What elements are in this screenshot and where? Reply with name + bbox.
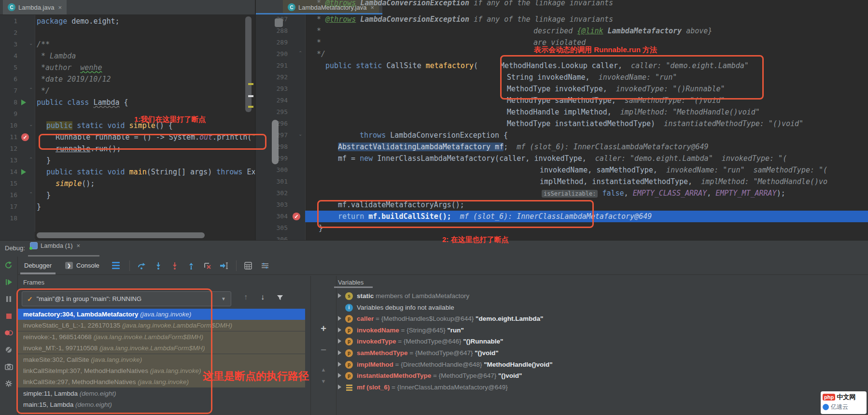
layout-settings-icon[interactable] (257, 259, 273, 272)
hide-library-frames-icon[interactable] (276, 294, 284, 303)
toolbar-separator (236, 260, 237, 271)
tab-console[interactable]: ❯ Console (58, 257, 106, 274)
left-code-area[interactable]: package demo.eight;/*** Lambda*author we… (0, 0, 255, 240)
vertical-scrollbar[interactable] (245, 16, 252, 112)
drop-frame-icon[interactable] (199, 259, 216, 272)
annotation-exec-path: 这里是断点的执行路径 (203, 369, 309, 384)
variable-type-icon: p (345, 349, 353, 357)
expand-arrow-icon[interactable] (338, 373, 341, 378)
move-up-icon[interactable]: ▲ (311, 367, 336, 372)
code-line: *described {@link LambdaMetafactory abov… (317, 25, 712, 37)
info-icon: i (345, 304, 353, 312)
force-step-into-icon[interactable] (167, 259, 183, 272)
previous-frame-icon[interactable]: ↑ (244, 293, 248, 301)
debug-session-label: Lambda (1) (41, 242, 72, 249)
code-line: /** (37, 39, 50, 50)
step-into-icon[interactable] (150, 259, 167, 272)
toolbar-separator (129, 260, 130, 271)
debug-session-tab[interactable]: Lambda (1) × (30, 242, 80, 249)
move-down-icon[interactable]: ▼ (311, 378, 336, 384)
close-icon[interactable]: × (76, 242, 80, 249)
code-line: * Lambda (41, 50, 76, 62)
layout-menu-icon[interactable] (112, 262, 120, 269)
watches-toolbar: + − ▲ ▼ ∞ (310, 276, 336, 415)
variables-panel-title: Variables (338, 279, 364, 286)
expand-arrow-icon[interactable] (338, 385, 341, 389)
tab-label: Lambda.java (18, 4, 54, 11)
expand-arrow-icon[interactable] (338, 293, 341, 298)
splitter-scroll-thumb[interactable] (272, 120, 279, 164)
expand-arrow-icon[interactable] (338, 328, 341, 332)
watermark-name: 中文网 (837, 393, 855, 401)
breakpoint-icon[interactable]: ✓ (21, 133, 29, 141)
tab-debugger[interactable]: Debugger (17, 257, 58, 274)
expand-arrow-icon[interactable] (338, 350, 341, 355)
variable-type-icon: p (345, 315, 353, 323)
highlight-box-frames (16, 288, 212, 414)
resume-program-icon[interactable] (0, 275, 17, 289)
step-over-icon[interactable] (134, 259, 150, 272)
change-marker (248, 83, 253, 85)
code-line: * @throws LambdaConversionException if a… (317, 14, 613, 25)
highlight-box-line11 (39, 134, 266, 150)
debug-toolbar: Debugger ❯ Console (17, 257, 868, 275)
variable-text: invokedType = {MethodType@646} "()Runnab… (357, 336, 504, 347)
variable-type-icon: p (345, 338, 353, 345)
fold-marker-icon[interactable]: ⌃ (29, 157, 33, 162)
fold-marker-icon[interactable]: ⌃ (29, 87, 33, 92)
code-line: */ (317, 48, 325, 60)
stop-program-icon[interactable] (0, 309, 17, 323)
variable-text: caller = {MethodHandles$Lookup@644} "dem… (357, 313, 543, 325)
fold-marker-icon[interactable]: ⌃ (298, 50, 302, 56)
java-class-icon: C (8, 3, 15, 11)
ide-window: 123456789101112131415161718✓⌄⌃⌄⌃⌃ packag… (0, 0, 868, 415)
add-watch-icon[interactable]: + (311, 323, 336, 334)
horizontal-scrollbar[interactable] (35, 232, 255, 239)
fold-marker-icon[interactable]: ⌄ (298, 131, 302, 137)
close-icon[interactable]: × (58, 4, 62, 11)
run-gutter-icon[interactable] (21, 100, 26, 105)
code-line: isSerializable: false, EMPTY_CLASS_ARRAY… (542, 187, 785, 199)
breakpoint-icon[interactable]: ✓ (293, 213, 300, 220)
debug-left-rail (0, 257, 18, 415)
fold-marker-icon[interactable]: ⌄ (29, 41, 33, 46)
variable-text: samMethodType = {MethodType@647} "()void… (357, 347, 499, 359)
run-gutter-icon[interactable] (21, 169, 26, 175)
variable-type-icon: p (345, 372, 353, 380)
annotation-breakpoint-2: 2: 在这里也打了断点 (442, 235, 509, 244)
variable-text: Variables debug info not available (357, 302, 454, 314)
variable-type-icon: p (345, 327, 353, 334)
debug-settings-icon[interactable] (0, 377, 17, 390)
pause-program-icon[interactable] (0, 292, 17, 306)
code-line: */ (41, 85, 50, 97)
java-class-icon: C (288, 3, 295, 11)
tab-lambda-java[interactable]: C Lambda.java × (3, 0, 67, 14)
thread-dump-icon[interactable] (0, 360, 17, 373)
chevron-down-icon: ▼ (221, 296, 226, 301)
editor-lambda-java: 123456789101112131415161718✓⌄⌃⌄⌃⌃ packag… (0, 0, 256, 240)
code-line: AbstractValidatingLambdaMetafactory mf; … (338, 141, 709, 153)
step-out-icon[interactable] (183, 259, 199, 272)
fold-marker-icon[interactable]: ⌄ (29, 122, 33, 127)
expand-arrow-icon[interactable] (338, 339, 341, 343)
cloud-icon (823, 404, 829, 410)
mute-breakpoints-icon[interactable] (0, 343, 17, 357)
next-frame-icon[interactable]: ↓ (261, 293, 265, 301)
watermark-badge: php (823, 394, 835, 401)
scrollbar-mark (275, 18, 283, 27)
run-to-cursor-icon[interactable] (216, 259, 232, 272)
change-marker (248, 106, 253, 108)
remove-watch-icon[interactable]: − (311, 344, 336, 356)
code-line: public static void main(String[] args) t… (46, 166, 256, 178)
evaluate-expression-icon[interactable] (240, 259, 257, 272)
rerun-debug-icon[interactable] (0, 258, 17, 272)
code-line: } (46, 155, 51, 166)
variable-text: instantiatedMethodType = {MethodType@647… (357, 370, 522, 382)
change-marker (248, 95, 253, 97)
fold-marker-icon[interactable]: ⌃ (29, 191, 33, 197)
expand-arrow-icon[interactable] (338, 362, 341, 367)
code-line: simple(); (56, 178, 95, 189)
frames-panel-title: Frames (23, 279, 44, 286)
expand-arrow-icon[interactable] (338, 316, 341, 321)
view-breakpoints-icon[interactable] (0, 326, 17, 340)
